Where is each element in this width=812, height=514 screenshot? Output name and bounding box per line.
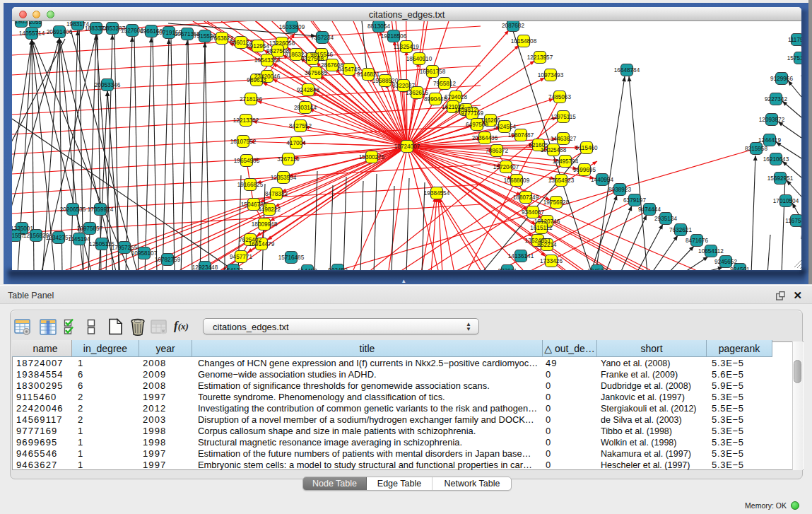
svg-text:10688609: 10688609 <box>504 177 530 184</box>
svg-text:8471676: 8471676 <box>686 238 708 244</box>
svg-text:1624554: 1624554 <box>493 124 516 130</box>
svg-text:12923448: 12923448 <box>192 264 218 271</box>
svg-text:16543382: 16543382 <box>254 57 281 64</box>
svg-text:8322037: 8322037 <box>392 83 415 89</box>
svg-text:6497508: 6497508 <box>466 122 488 128</box>
svg-text:4498222: 4498222 <box>258 206 281 213</box>
svg-text:17359924: 17359924 <box>88 206 114 213</box>
svg-text:11325419: 11325419 <box>394 44 419 50</box>
svg-text:8990448: 8990448 <box>424 96 447 103</box>
svg-text:7632621: 7632621 <box>669 227 692 233</box>
svg-text:19384554: 19384554 <box>424 190 450 197</box>
svg-text:18495794: 18495794 <box>553 158 579 165</box>
svg-text:9245652: 9245652 <box>714 259 737 265</box>
svg-text:10973493: 10973493 <box>538 72 564 78</box>
svg-text:15751074: 15751074 <box>787 55 801 62</box>
svg-text:20364436: 20364436 <box>472 135 498 141</box>
svg-text:7386372: 7386372 <box>486 148 508 154</box>
svg-text:10025488: 10025488 <box>541 147 567 153</box>
svg-text:20206535: 20206535 <box>60 206 86 213</box>
svg-text:13226058: 13226058 <box>269 40 295 47</box>
svg-text:10807487: 10807487 <box>508 132 534 139</box>
svg-text:9227342: 9227342 <box>765 96 787 103</box>
svg-text:989613: 989613 <box>247 77 266 83</box>
svg-text:13654923: 13654923 <box>548 177 575 184</box>
svg-text:8813054: 8813054 <box>367 23 390 30</box>
svg-text:2055: 2055 <box>29 21 42 25</box>
svg-text:9384067: 9384067 <box>522 209 544 216</box>
svg-text:14463627: 14463627 <box>551 136 577 142</box>
svg-text:8938923: 8938923 <box>608 187 631 193</box>
svg-text:6794028: 6794028 <box>445 94 467 100</box>
svg-text:12975115: 12975115 <box>551 114 576 120</box>
svg-text:12093872: 12093872 <box>759 117 785 123</box>
svg-text:9457771: 9457771 <box>230 254 252 260</box>
svg-text:16120746: 16120746 <box>534 218 560 225</box>
svg-text:16033809: 16033809 <box>279 24 305 30</box>
svg-text:9777169: 9777169 <box>461 110 483 117</box>
svg-text:16107552: 16107552 <box>230 139 257 145</box>
svg-text:104523: 104523 <box>587 268 607 271</box>
svg-text:3267110: 3267110 <box>277 156 300 163</box>
svg-text:15300275: 15300275 <box>359 154 385 160</box>
svg-text:1615112: 1615112 <box>530 225 553 231</box>
svg-text:8215958: 8215958 <box>745 146 767 152</box>
svg-text:16961758: 16961758 <box>420 69 446 75</box>
svg-text:2935134: 2935134 <box>654 216 677 222</box>
svg-text:614452: 614452 <box>298 268 317 271</box>
svg-text:9699695: 9699695 <box>573 167 596 173</box>
svg-text:18640910: 18640910 <box>406 56 433 62</box>
svg-text:18807249: 18807249 <box>513 194 539 201</box>
svg-text:18009948: 18009948 <box>252 221 278 228</box>
svg-text:7955812: 7955812 <box>433 81 456 87</box>
svg-text:20691406: 20691406 <box>47 29 73 35</box>
svg-text:16782759: 16782759 <box>155 257 181 263</box>
svg-text:1362615: 1362615 <box>406 90 428 96</box>
svg-text:1335001: 1335001 <box>12 226 33 232</box>
svg-text:8427552: 8427552 <box>289 123 312 129</box>
svg-text:12353594: 12353594 <box>271 175 297 181</box>
svg-text:1244419: 1244419 <box>758 137 781 144</box>
svg-text:873011: 873011 <box>498 268 517 271</box>
svg-text:19218506: 19218506 <box>381 33 407 40</box>
svg-text:19756928: 19756928 <box>543 199 570 206</box>
svg-text:924561: 924561 <box>730 267 750 271</box>
svg-text:12213382: 12213382 <box>233 117 259 124</box>
svg-text:18724007: 18724007 <box>394 144 420 150</box>
svg-text:16648784: 16648784 <box>614 67 640 74</box>
svg-text:1167534: 1167534 <box>785 218 801 224</box>
svg-text:7485063: 7485063 <box>548 94 571 100</box>
svg-text:1983: 1983 <box>15 21 28 25</box>
svg-text:9242848: 9242848 <box>297 87 319 93</box>
svg-text:852214: 852214 <box>537 242 557 248</box>
svg-text:417004: 417004 <box>286 140 306 146</box>
svg-text:9115460: 9115460 <box>575 145 598 151</box>
svg-text:992450: 992450 <box>328 267 348 271</box>
svg-text:20975857: 20975857 <box>77 226 103 232</box>
svg-text:954122: 954122 <box>223 267 243 271</box>
svg-text:2087682: 2087682 <box>502 23 524 29</box>
svg-text:6379197: 6379197 <box>623 197 646 204</box>
svg-text:20053346: 20053346 <box>95 82 121 88</box>
svg-text:14055714: 14055714 <box>19 30 45 37</box>
svg-text:1145194: 1145194 <box>68 236 90 243</box>
svg-text:2718126: 2718126 <box>240 96 262 103</box>
svg-text:15720407: 15720407 <box>493 164 519 170</box>
svg-text:10154808: 10154808 <box>511 38 537 45</box>
svg-text:19654985: 19654985 <box>234 158 260 164</box>
svg-text:14136141: 14136141 <box>508 253 534 259</box>
svg-text:12213957: 12213957 <box>527 54 553 61</box>
svg-text:15692951: 15692951 <box>767 175 794 182</box>
svg-text:7357234: 7357234 <box>311 35 334 41</box>
svg-text:9327508: 9327508 <box>301 56 324 62</box>
svg-text:1440954: 1440954 <box>591 177 613 183</box>
svg-text:3675685: 3675685 <box>305 70 327 76</box>
svg-text:10654112: 10654112 <box>698 248 724 255</box>
svg-text:2803144: 2803144 <box>294 105 317 111</box>
svg-text:8478332: 8478332 <box>265 191 288 197</box>
svg-text:111753: 111753 <box>788 37 801 43</box>
svg-text:9474444: 9474444 <box>638 206 661 213</box>
svg-text:9129966: 9129966 <box>770 76 793 82</box>
svg-text:15716485: 15716485 <box>278 255 305 261</box>
svg-text:9146821: 9146821 <box>357 71 379 78</box>
